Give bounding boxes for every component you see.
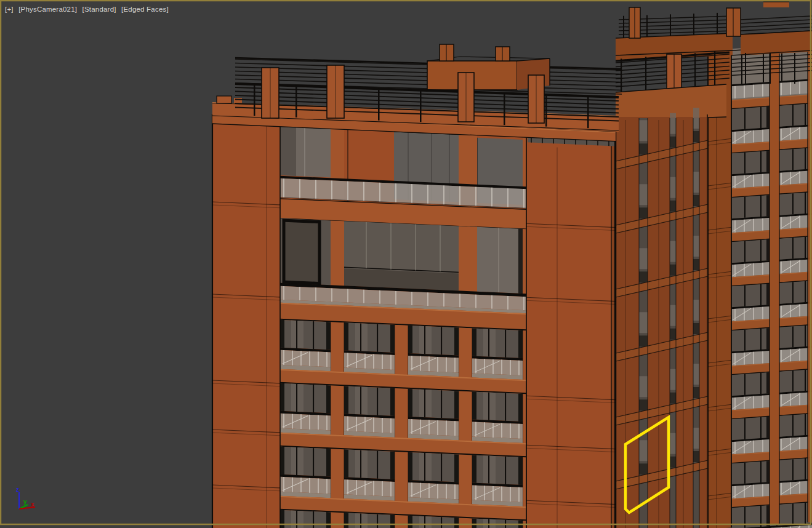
viewport-shading-menu[interactable]: [Standard] bbox=[82, 6, 116, 13]
main-tower-side-face[interactable] bbox=[616, 108, 708, 528]
axis-y-label: y bbox=[23, 498, 27, 505]
viewport-style-menu[interactable]: [Edged Faces] bbox=[121, 6, 169, 13]
axis-x-label: x bbox=[31, 501, 34, 508]
viewport-menu-button[interactable]: [+] bbox=[5, 6, 14, 13]
viewport-camera-menu[interactable]: [PhysCamera021] bbox=[18, 6, 77, 13]
axis-z-label: z bbox=[16, 486, 19, 493]
viewport-3d[interactable]: z y x [+] [PhysCamera021] [Standard] [Ed… bbox=[0, 0, 812, 528]
viewport-label-bar: [+] [PhysCamera021] [Standard] [Edged Fa… bbox=[5, 6, 172, 14]
main-tower-front-face[interactable] bbox=[212, 114, 616, 528]
